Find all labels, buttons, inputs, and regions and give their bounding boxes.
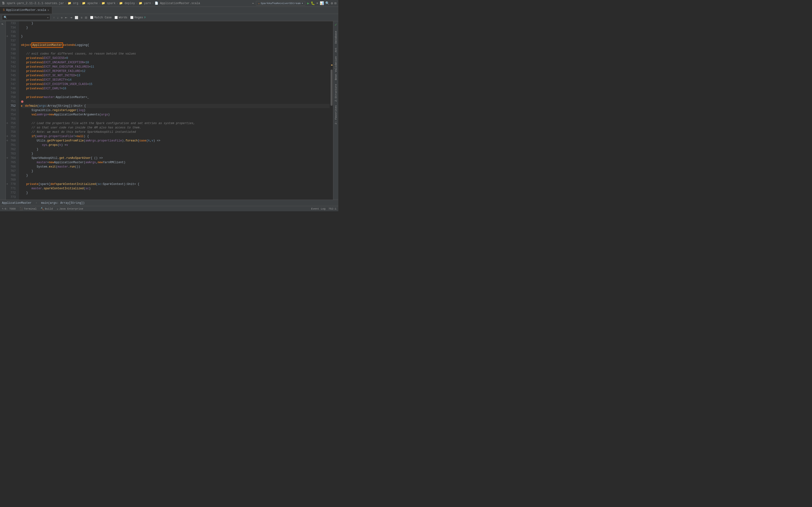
match-case-checkbox[interactable] [90, 16, 93, 19]
filter-button[interactable]: ⊟ [84, 15, 88, 20]
regex-checkbox[interactable] [130, 16, 134, 19]
regex-option[interactable]: Regex ? [130, 16, 146, 19]
code-line-749[interactable] [21, 91, 329, 95]
code-line-751[interactable] [21, 100, 329, 104]
bean-validation-label[interactable]: Bean Validation [335, 56, 337, 80]
search-input-wrap[interactable]: 🔍 ✕ [2, 15, 50, 20]
code-line-742[interactable]: private val EXIT_UNCAUGHT_EXCEPTION = 10 [21, 60, 329, 65]
code-line-737[interactable] [21, 39, 329, 43]
clear-search-icon[interactable]: ✕ [47, 16, 49, 19]
breadcrumb-org[interactable]: 📁 org [68, 1, 78, 5]
java-enterprise-item[interactable]: ☕ Java Enterprise [57, 207, 83, 210]
code-line-757[interactable]: // so that user code run inside the AM a… [21, 125, 329, 130]
code-line-734[interactable]: } [21, 25, 329, 30]
code-line-746[interactable]: private val EXIT_SECURITY = 14 [21, 78, 329, 82]
code-line-768[interactable]: } [21, 173, 329, 178]
code-line-754[interactable]: val amArgs = new ApplicationMasterArgume… [21, 113, 329, 117]
scrollbar-area[interactable] [329, 21, 333, 200]
ant-label[interactable]: Ant [335, 48, 337, 52]
ln-756: ⊕756 [6, 121, 17, 125]
z-structure-label[interactable]: Z-Structure [335, 84, 337, 102]
code-line-773[interactable] [21, 195, 329, 200]
more-options-button[interactable]: ≡ [80, 15, 83, 20]
code-line-739[interactable] [21, 47, 329, 52]
breadcrumb-jar[interactable]: 🗜 spark-yarn_2.11-2.1.1-sources.jar [2, 1, 64, 5]
coverage-button[interactable]: ☂ [316, 1, 318, 5]
scrollbar-thumb[interactable] [331, 69, 333, 106]
layout-button[interactable]: ⊟ [335, 1, 337, 5]
search-bar: 🔍 ✕ ↑ ↓ ⎆ ⇤ ⇥ ⬜ ≡ ⊟ Match Case Words Reg… [0, 14, 338, 21]
breadcrumb-right[interactable]: main(args: Array[String]) [41, 201, 85, 205]
breadcrumb-yarn[interactable]: 📁 yarn [139, 1, 151, 5]
search-button[interactable]: 🔍 [325, 1, 329, 5]
code-line-767[interactable]: } [21, 169, 329, 173]
run-config[interactable]: ☕ SparkKafkaReceiverDStream ▾ [256, 1, 305, 6]
cursor-icon[interactable]: ⌁ [252, 1, 254, 5]
code-line-762[interactable]: } [21, 147, 329, 152]
code-line-752[interactable]: ▶ def main(args: Array[String]): Unit = … [21, 104, 329, 108]
code-line-744[interactable]: private val EXIT_REPORTER_FAILURE = 12 [21, 69, 329, 73]
find-prev-button[interactable]: ⇤ [64, 15, 68, 20]
code-line-770[interactable]: private[spark] def sparkContextInitializ… [21, 182, 329, 186]
left-panel-project-icon[interactable]: P [1, 23, 4, 24]
tab-close-button[interactable]: ✕ [48, 9, 49, 12]
run-config-chevron[interactable]: ▾ [302, 2, 303, 5]
code-line-753[interactable]: SignalUtils.registerLogger(log) [21, 108, 329, 113]
code-line-736[interactable]: } [21, 34, 329, 39]
profile-button[interactable]: 📊 [320, 1, 324, 5]
event-log-item[interactable]: Event Log [311, 207, 325, 210]
search-input[interactable] [8, 16, 46, 19]
match-case-option[interactable]: Match Case [90, 16, 112, 19]
ln-766: 766 [6, 165, 17, 169]
regex-help-icon[interactable]: ? [144, 16, 146, 19]
code-line-750[interactable]: private var master: ApplicationMaster = … [21, 95, 329, 100]
code-line-765[interactable]: master = new ApplicationMaster(amArgs, n… [21, 160, 329, 165]
prev-result-button[interactable]: ↑ [52, 15, 56, 20]
find-next-button[interactable]: ⇥ [69, 15, 73, 20]
code-line-758[interactable]: // Note: we must do this before SparkHad… [21, 130, 329, 134]
code-line-741[interactable]: private val EXIT_SUCCESS = 0 [21, 56, 329, 60]
build-icon: 🔨 [41, 207, 44, 210]
terminal-item[interactable]: ⬛ Terminal [19, 207, 37, 210]
code-line-748[interactable]: private val EXIT_EARLY = 16 [21, 87, 329, 91]
favorites-label[interactable]: 2: Favorites [335, 105, 337, 124]
ln-737: 737 [6, 39, 17, 43]
words-checkbox[interactable] [114, 16, 118, 19]
code-line-769[interactable] [21, 178, 329, 182]
run-button[interactable]: ▶ [307, 1, 309, 5]
code-line-763[interactable]: } [21, 152, 329, 156]
settings-button[interactable]: ⚙ [331, 1, 333, 5]
stop-button[interactable]: ⬜ [74, 15, 79, 20]
breadcrumb-deploy[interactable]: 📁 deploy [119, 1, 135, 5]
code-line-771[interactable]: master.sparkContextInitialized(sc) [21, 186, 329, 191]
breadcrumb-apache[interactable]: 📁 apache [82, 1, 98, 5]
code-line-733[interactable]: } [21, 21, 329, 25]
code-line-745[interactable]: private val EXIT_SC_NOT_INITED = 13 [21, 73, 329, 78]
todo-item[interactable]: ✎ 6: TODO [2, 207, 16, 210]
code-line-759[interactable]: if (amArgs.propertiesFile != null) { [21, 134, 329, 138]
code-line-747[interactable]: private val EXIT_EXCEPTION_USER_CLASS = … [21, 82, 329, 87]
code-line-735[interactable] [21, 30, 329, 34]
code-lines: } } } object ApplicationMaster extends L… [19, 21, 329, 200]
next-result-button[interactable]: ↓ [56, 15, 59, 20]
find-word-button[interactable]: ⎆ [60, 15, 63, 20]
code-line-755[interactable] [21, 117, 329, 121]
code-line-738[interactable]: object ApplicationMaster extends Logging… [21, 43, 329, 47]
code-line-743[interactable]: private val EXIT_MAX_EXECUTOR_FAILURES =… [21, 65, 329, 69]
debug-button[interactable]: 🐛 [311, 1, 315, 5]
code-line-760[interactable]: Utils.getPropertiesFromFile(amArgs.prope… [21, 138, 329, 143]
code-line-740[interactable]: // exit codes for different causes, no r… [21, 52, 329, 56]
words-label: Words [119, 16, 128, 19]
words-option[interactable]: Words [114, 16, 128, 19]
code-line-756[interactable]: // Load the properties file with the Spa… [21, 121, 329, 125]
breadcrumb-spark[interactable]: 📁 spark [101, 1, 115, 5]
build-item[interactable]: 🔨 Build [41, 207, 53, 210]
code-line-761[interactable]: sys.props(k) = v [21, 143, 329, 147]
breadcrumb-left[interactable]: ApplicationMaster [2, 201, 32, 205]
code-line-772[interactable]: } [21, 191, 329, 195]
code-line-766[interactable]: System.exit(master.run()) [21, 165, 329, 169]
breadcrumb-file[interactable]: 📄 ApplicationMaster.scala [155, 1, 200, 5]
tab-applicationmaster[interactable]: S ApplicationMaster.scala ✕ [0, 7, 52, 14]
code-line-764[interactable]: SparkHadoopUtil.get.runAsSparkUser { () … [21, 156, 329, 160]
database-label[interactable]: Database [335, 31, 337, 44]
